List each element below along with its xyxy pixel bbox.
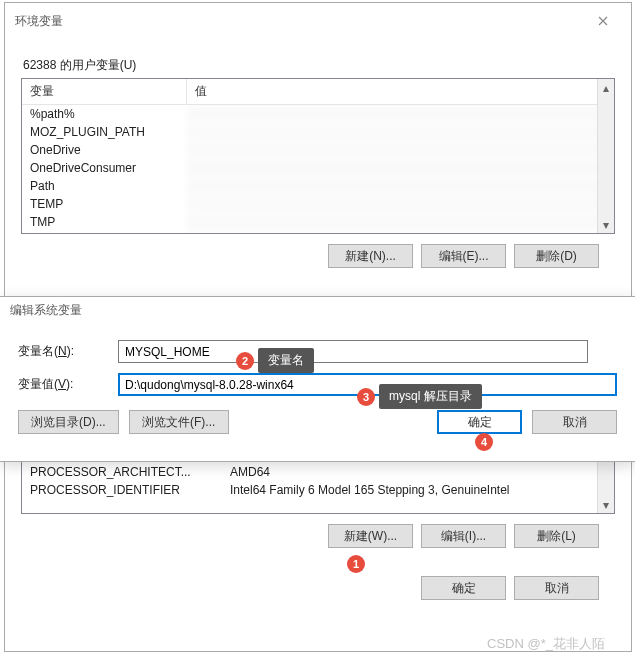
scrollbar[interactable]: ▴ ▾ — [597, 79, 614, 233]
var-name-label: 变量名(N): — [18, 343, 118, 360]
var-value-cell — [187, 177, 614, 195]
var-name-input[interactable] — [118, 340, 588, 363]
table-row[interactable]: OneDriveConsumer — [22, 159, 614, 177]
var-value-cell: AMD64 — [222, 463, 614, 481]
var-name-cell: TEMP — [22, 195, 187, 213]
scroll-down-icon[interactable]: ▾ — [598, 216, 614, 233]
delete-user-var-button[interactable]: 删除(D) — [514, 244, 599, 268]
var-name-cell: %path% — [22, 105, 187, 123]
var-value-cell — [187, 141, 614, 159]
table-row[interactable]: Path — [22, 177, 614, 195]
delete-sys-var-button[interactable]: 删除(L) — [514, 524, 599, 548]
var-name-cell: MOZ_PLUGIN_PATH — [22, 123, 187, 141]
table-row[interactable]: PROCESSOR_IDENTIFIERIntel64 Family 6 Mod… — [22, 481, 614, 499]
col-header-val[interactable]: 值 — [187, 79, 614, 104]
callout-badge-4: 4 — [475, 433, 493, 451]
var-value-cell — [187, 159, 614, 177]
var-value-label: 变量值(V): — [18, 376, 118, 393]
scroll-up-icon[interactable]: ▴ — [598, 79, 614, 96]
table-row[interactable]: MOZ_PLUGIN_PATH — [22, 123, 614, 141]
var-name-cell: PROCESSOR_IDENTIFIER — [22, 481, 222, 499]
callout-badge-1: 1 — [347, 555, 365, 573]
scroll-down-icon[interactable]: ▾ — [598, 496, 614, 513]
callout-var-name: 变量名 — [258, 348, 314, 373]
var-name-cell: Path — [22, 177, 187, 195]
callout-badge-3: 3 — [357, 388, 375, 406]
new-sys-var-button[interactable]: 新建(W)... — [328, 524, 413, 548]
new-user-var-button[interactable]: 新建(N)... — [328, 244, 413, 268]
table-row[interactable]: TMP — [22, 213, 614, 231]
var-value-cell — [187, 213, 614, 231]
table-row[interactable]: %path% — [22, 105, 614, 123]
browse-dir-button[interactable]: 浏览目录(D)... — [18, 410, 119, 434]
var-name-cell: TMP — [22, 213, 187, 231]
callout-mysql-dir: mysql 解压目录 — [379, 384, 482, 409]
var-name-cell: PROCESSOR_ARCHITECT... — [22, 463, 222, 481]
var-value-cell — [187, 123, 614, 141]
var-name-cell: OneDriveConsumer — [22, 159, 187, 177]
edit-ok-button[interactable]: 确定 — [437, 410, 522, 434]
var-value-cell — [187, 105, 614, 123]
table-row[interactable]: TEMP — [22, 195, 614, 213]
browse-file-button[interactable]: 浏览文件(F)... — [129, 410, 229, 434]
var-value-cell: Intel64 Family 6 Model 165 Stepping 3, G… — [222, 481, 614, 499]
callout-badge-2: 2 — [236, 352, 254, 370]
table-row[interactable]: OneDrive — [22, 141, 614, 159]
edit-cancel-button[interactable]: 取消 — [532, 410, 617, 434]
env-ok-button[interactable]: 确定 — [421, 576, 506, 600]
user-vars-table[interactable]: 变量 值 %path%MOZ_PLUGIN_PATHOneDriveOneDri… — [21, 78, 615, 234]
var-name-cell: OneDrive — [22, 141, 187, 159]
edit-dialog-title: 编辑系统变量 — [10, 302, 82, 319]
env-cancel-button[interactable]: 取消 — [514, 576, 599, 600]
user-vars-label: 62388 的用户变量(U) — [23, 57, 615, 74]
close-icon[interactable] — [583, 9, 623, 33]
table-row[interactable]: PROCESSOR_ARCHITECT...AMD64 — [22, 463, 614, 481]
col-header-var[interactable]: 变量 — [22, 79, 187, 104]
edit-sys-var-button[interactable]: 编辑(I)... — [421, 524, 506, 548]
var-value-cell — [187, 195, 614, 213]
env-dialog-title: 环境变量 — [15, 13, 63, 30]
edit-user-var-button[interactable]: 编辑(E)... — [421, 244, 506, 268]
